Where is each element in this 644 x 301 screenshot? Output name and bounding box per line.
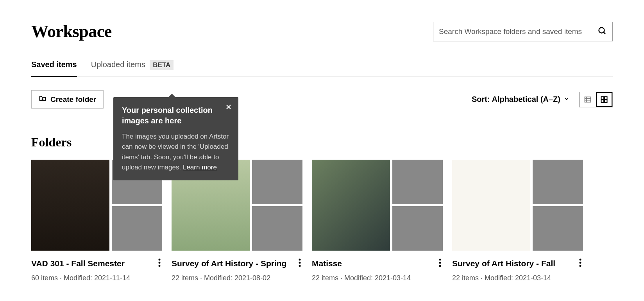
folder-thumb-main xyxy=(312,160,390,251)
tab-saved-items[interactable]: Saved items xyxy=(31,60,77,77)
sort-label-text: Sort: Alphabetical (A–Z) xyxy=(472,95,560,104)
search-container xyxy=(433,22,613,41)
uploaded-items-tooltip: Your personal collection images are here… xyxy=(113,97,238,180)
svg-point-0 xyxy=(599,27,605,33)
folder-thumb-side xyxy=(392,160,443,204)
folder-thumb-side xyxy=(392,206,443,251)
folder-thumb-side xyxy=(252,206,302,251)
svg-rect-9 xyxy=(605,96,607,99)
create-folder-label: Create folder xyxy=(50,95,96,104)
svg-point-24 xyxy=(580,262,581,264)
sort-dropdown[interactable]: Sort: Alphabetical (A–Z) xyxy=(472,95,570,104)
page-title: Workspace xyxy=(31,21,112,41)
beta-badge: BETA xyxy=(150,60,174,70)
svg-point-25 xyxy=(580,265,581,267)
view-toggle xyxy=(579,92,613,107)
tab-uploaded-label: Uploaded items xyxy=(91,60,145,69)
folder-thumb-side xyxy=(533,206,583,251)
more-options-button[interactable] xyxy=(437,258,443,269)
svg-point-22 xyxy=(439,265,441,267)
folder-thumb-main xyxy=(452,160,530,251)
folder-thumb-side xyxy=(252,160,302,204)
folder-title: Matisse xyxy=(312,258,437,268)
new-folder-icon xyxy=(39,94,47,104)
search-input[interactable] xyxy=(439,27,597,36)
tabs-bar: Saved items Uploaded items BETA xyxy=(31,60,613,77)
folder-meta: 22 items · Modified: 2021-03-14 xyxy=(452,274,583,282)
more-options-button[interactable] xyxy=(157,258,162,269)
svg-rect-10 xyxy=(601,100,604,102)
tooltip-body: The images you uploaded on Artstor can n… xyxy=(122,132,230,173)
folder-meta: 60 items · Modified: 2021-11-14 xyxy=(31,274,162,282)
close-icon[interactable] xyxy=(225,103,232,112)
svg-rect-11 xyxy=(605,100,607,102)
svg-point-14 xyxy=(159,259,161,261)
create-folder-button[interactable]: Create folder xyxy=(31,90,104,109)
folder-card[interactable]: Survey of Art History - Fall 22 items · … xyxy=(452,160,583,282)
folder-meta: 22 items · Modified: 2021-08-02 xyxy=(172,274,302,282)
tooltip-title: Your personal collection images are here xyxy=(122,105,230,126)
svg-rect-8 xyxy=(601,96,604,99)
tab-uploaded-items[interactable]: Uploaded items BETA xyxy=(91,60,174,77)
svg-line-1 xyxy=(604,32,606,34)
more-options-button[interactable] xyxy=(578,258,583,269)
folder-thumb-side xyxy=(533,160,583,204)
learn-more-link[interactable]: Learn more xyxy=(183,164,217,171)
svg-point-21 xyxy=(439,262,441,264)
svg-point-17 xyxy=(299,259,301,261)
svg-point-19 xyxy=(299,265,301,267)
folder-title: Survey of Art History - Spring xyxy=(172,258,297,268)
svg-rect-4 xyxy=(585,97,591,102)
svg-point-20 xyxy=(439,259,441,261)
folder-title: VAD 301 - Fall Semester xyxy=(31,258,157,268)
folder-title: Survey of Art History - Fall xyxy=(452,258,578,268)
grid-view-button[interactable] xyxy=(596,92,612,107)
more-options-button[interactable] xyxy=(297,258,302,269)
folder-thumb-side xyxy=(112,206,162,251)
folder-thumbs xyxy=(452,160,583,251)
folder-meta: 22 items · Modified: 2021-03-14 xyxy=(312,274,443,282)
folder-thumb-main xyxy=(31,160,109,251)
list-view-button[interactable] xyxy=(580,92,596,107)
folder-card[interactable]: Matisse 22 items · Modified: 2021-03-14 xyxy=(312,160,443,282)
search-icon[interactable] xyxy=(597,26,607,37)
chevron-down-icon xyxy=(564,95,570,104)
svg-point-16 xyxy=(159,265,161,267)
folder-thumbs xyxy=(312,160,443,251)
svg-point-18 xyxy=(299,262,301,264)
svg-point-15 xyxy=(159,262,161,264)
svg-point-23 xyxy=(580,259,581,261)
